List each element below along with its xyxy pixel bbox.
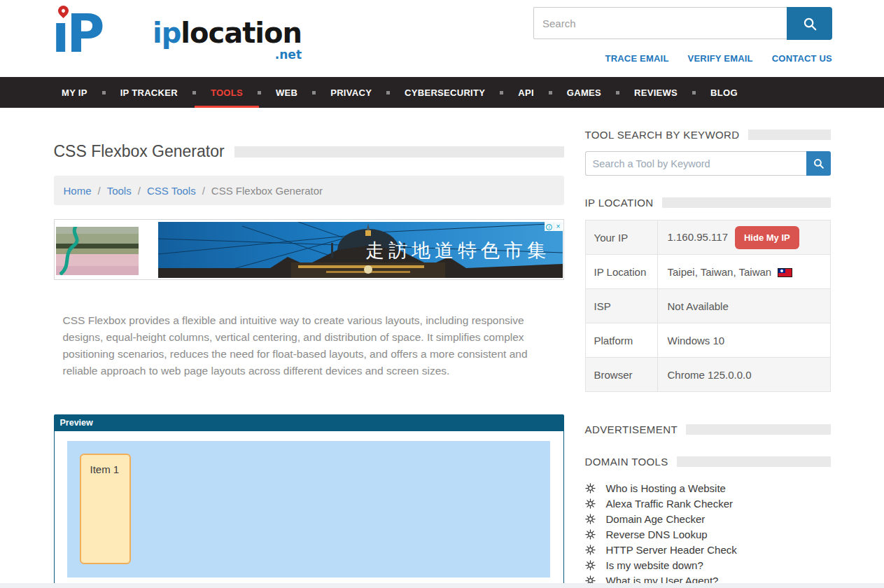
nav-separator (692, 91, 696, 94)
nav-item-privacy[interactable]: PRIVACY (329, 77, 373, 108)
breadcrumb-css-tools[interactable]: CSS Tools (147, 185, 196, 197)
table-row: Platform Windows 10 (585, 323, 830, 358)
ad-main-image[interactable]: 走訪地道特色市集 i × (158, 222, 563, 278)
site-search-button[interactable] (787, 7, 832, 40)
list-item: Who is Hosting a Website (585, 480, 831, 496)
gear-icon (585, 560, 596, 570)
advertisement-widget: ADVERTISEMENT (585, 424, 831, 435)
search-icon (802, 16, 818, 31)
logo-wordmark: iplocation.net (153, 17, 302, 49)
domain-tool-link[interactable]: Who is Hosting a Website (606, 482, 726, 494)
nav-separator (549, 91, 552, 94)
gear-icon (585, 529, 596, 540)
page-title: CSS Flexbox Generator (54, 142, 225, 161)
table-row: ISP Not Available (585, 289, 830, 323)
search-icon (813, 158, 825, 169)
gear-icon (585, 545, 596, 555)
hide-my-ip-button[interactable]: Hide My IP (735, 226, 799, 249)
ad-thumbnail-image (56, 227, 139, 275)
nav-item-reviews[interactable]: REVIEWS (633, 77, 679, 108)
list-item: HTTP Server Header Check (585, 542, 831, 557)
heading-decoration-bar (686, 424, 831, 435)
row-label: Your IP (585, 220, 657, 255)
tool-description: CSS Flexbox provides a flexible and intu… (54, 312, 552, 379)
site-search (533, 7, 832, 40)
site-search-input[interactable] (533, 7, 787, 39)
nav-item-my-ip[interactable]: MY IP (60, 77, 89, 108)
ip-info-table: Your IP 1.160.95.117Hide My IP IP Locati… (585, 220, 831, 392)
main-nav: MY IP IP TRACKER TOOLS WEB PRIVACY CYBER… (0, 77, 884, 108)
nav-separator (386, 91, 390, 94)
advertisement-heading: ADVERTISEMENT (585, 424, 678, 435)
table-row: Your IP 1.160.95.117Hide My IP (585, 220, 830, 255)
nav-item-web[interactable]: WEB (274, 77, 299, 108)
breadcrumb-home[interactable]: Home (64, 185, 92, 197)
site-logo[interactable]: ıP iplocation.net (52, 4, 302, 63)
preview-panel: Preview Item 1 (54, 414, 564, 588)
title-decoration-bar (234, 146, 564, 158)
verify-email-link[interactable]: VERIFY EMAIL (688, 53, 753, 64)
breadcrumb-tools[interactable]: Tools (107, 185, 132, 197)
table-row: Browser Chrome 125.0.0.0 (585, 358, 830, 392)
nav-item-ip-tracker[interactable]: IP TRACKER (119, 77, 179, 108)
ip-location-heading: IP LOCATION (585, 197, 654, 209)
domain-tools-list: Who is Hosting a Website Alexa Traffic R… (585, 480, 831, 588)
heading-decoration-bar (748, 130, 831, 140)
tool-search-widget: TOOL SEARCH BY KEYWORD (585, 129, 831, 176)
nav-item-blog[interactable]: BLOG (709, 77, 739, 108)
list-item: Alexa Traffic Rank Checker (585, 496, 831, 511)
domain-tool-link[interactable]: Reverse DNS Lookup (606, 528, 708, 540)
list-item: Is my website down? (585, 557, 831, 573)
domain-tool-link[interactable]: HTTP Server Header Check (606, 544, 737, 556)
row-label: Platform (585, 323, 657, 358)
trace-email-link[interactable]: TRACE EMAIL (605, 53, 669, 64)
page-bottom-strip (0, 583, 884, 588)
row-label: IP Location (585, 255, 657, 289)
row-label: Browser (585, 358, 657, 392)
gear-icon (585, 483, 596, 493)
ad-info-icon[interactable]: i (545, 222, 554, 231)
taiwan-flag-icon (778, 268, 792, 277)
heading-decoration-bar (677, 456, 831, 467)
contact-us-link[interactable]: CONTACT US (772, 53, 832, 64)
your-ip-value: 1.160.95.117 (668, 231, 728, 243)
flexbox-preview-container: Item 1 (67, 441, 550, 578)
main-content: CSS Flexbox Generator Home / Tools / CSS… (54, 142, 564, 588)
nav-separator (312, 91, 316, 94)
nav-item-games[interactable]: GAMES (566, 77, 603, 108)
breadcrumb: Home / Tools / CSS Tools / CSS Flexbox G… (54, 176, 564, 205)
flexbox-preview-item-1[interactable]: Item 1 (80, 454, 131, 564)
isp-value: Not Available (657, 289, 830, 323)
nav-item-cybersecurity[interactable]: CYBERSECURITY (403, 77, 486, 108)
nav-separator (258, 91, 261, 94)
tool-search-heading: TOOL SEARCH BY KEYWORD (585, 129, 740, 141)
header-links: TRACE EMAIL VERIFY EMAIL CONTACT US (605, 53, 832, 64)
site-header: ıP iplocation.net TRACE EMAIL VERIFY EMA… (0, 0, 884, 77)
tool-search-input[interactable] (585, 151, 806, 176)
domain-tool-link[interactable]: Alexa Traffic Rank Checker (606, 498, 733, 510)
ad-close-icon[interactable]: × (554, 222, 563, 231)
browser-value: Chrome 125.0.0.0 (657, 358, 830, 392)
tool-search-button[interactable] (806, 151, 831, 176)
nav-separator (500, 91, 503, 94)
platform-value: Windows 10 (657, 323, 830, 358)
ad-banner[interactable]: 走訪地道特色市集 i × (54, 219, 564, 280)
nav-separator (102, 91, 106, 94)
heading-decoration-bar (662, 197, 831, 208)
domain-tools-widget: DOMAIN TOOLS Who is Hosting a Website Al… (585, 456, 831, 588)
gear-icon (585, 498, 596, 509)
logo-tld: .net (275, 48, 302, 62)
gear-icon (585, 514, 596, 524)
ip-location-widget: IP LOCATION Your IP 1.160.95.117Hide My … (585, 197, 831, 392)
table-row: IP Location Taipei, Taiwan, Taiwan (585, 255, 830, 289)
nav-item-api[interactable]: API (517, 77, 535, 108)
nav-item-tools[interactable]: TOOLS (209, 77, 244, 108)
nav-separator (616, 91, 619, 94)
domain-tools-heading: DOMAIN TOOLS (585, 456, 668, 468)
sidebar: TOOL SEARCH BY KEYWORD IP LOCATION Your (585, 129, 831, 588)
logo-mark: ıP (52, 4, 157, 63)
domain-tool-link[interactable]: Is my website down? (606, 559, 703, 571)
ip-location-value: Taipei, Taiwan, Taiwan (668, 266, 772, 278)
domain-tool-link[interactable]: Domain Age Checker (606, 513, 706, 525)
preview-panel-body: Item 1 (54, 431, 564, 588)
